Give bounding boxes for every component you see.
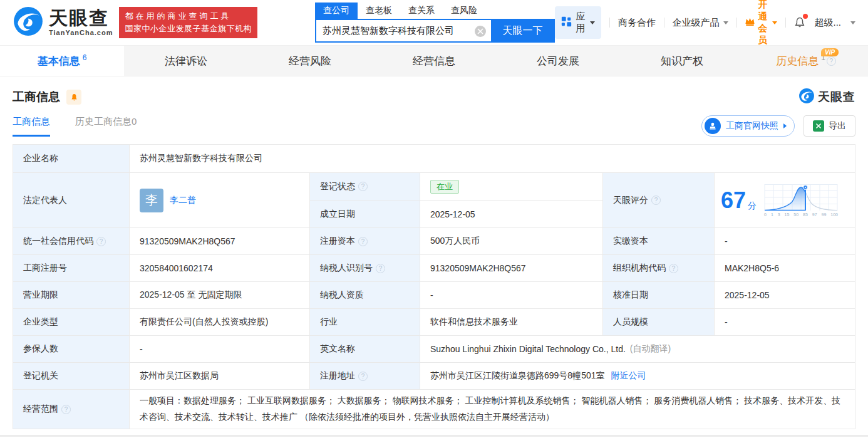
field-label-establish-date: 成立日期 (310, 201, 420, 227)
field-label-registered-capital: 注册资本 ? (310, 228, 420, 254)
tab-history-info[interactable]: 历史信息 1 ? VIP (744, 46, 868, 76)
crown-icon (745, 17, 755, 28)
help-icon[interactable]: ? (358, 372, 368, 381)
business-info-table: 企业名称 苏州灵慧智新数字科技有限公司 法定代表人 李 李二普 登记状态 ? 在… (13, 144, 855, 429)
help-icon[interactable]: ? (376, 264, 385, 273)
field-value-staff-size: - (715, 309, 855, 335)
tianyancha-logo[interactable]: 天眼查 TianYanCha.com (13, 6, 113, 39)
field-label-registration-number: 工商注册号 (13, 255, 129, 281)
field-label-paid-capital: 实缴资本 (603, 228, 714, 254)
field-value-credit-code: 91320509MAK2H8Q567 (130, 228, 309, 254)
nav-super-vip[interactable]: 超级... (814, 17, 841, 29)
field-value-insured-count: - (130, 336, 309, 362)
chevron-down-icon (772, 21, 777, 24)
nav-business-cooperation[interactable]: 商务合作 (618, 17, 656, 29)
brand-slogan: 都在用的商业查询工具 国家中小企业发展子基金旗下机构 (119, 7, 257, 38)
section-title: 工商信息 (13, 89, 60, 105)
help-icon[interactable]: ? (61, 405, 71, 414)
help-icon[interactable]: ? (96, 237, 106, 246)
search-tab-risk[interactable]: 查风险 (443, 3, 485, 19)
tianyan-score-panel[interactable]: 67分 (715, 173, 855, 227)
subtab-history-business-info[interactable]: 历史工商信息0 (75, 116, 137, 135)
nav-open-membership[interactable]: 开通会员 (745, 0, 777, 46)
export-button[interactable]: 导出 (803, 115, 855, 137)
score-axis-ticks: 0131550859799100 (764, 212, 838, 217)
excel-icon (813, 120, 824, 132)
tab-operating-risk[interactable]: 经营风险 (248, 46, 372, 76)
subscribe-bell-icon[interactable] (66, 90, 81, 105)
status-badge: 在业 (430, 180, 459, 194)
divider (736, 18, 737, 28)
official-snapshot-button[interactable]: 工商官网快照 (701, 115, 795, 137)
field-label-company-name: 企业名称 (13, 145, 129, 172)
divider (664, 18, 664, 28)
field-value-registered-capital: 500万人民币 (420, 228, 602, 254)
tab-operating-info[interactable]: 经营信息 (372, 46, 496, 76)
field-value-company-name: 苏州灵慧智新数字科技有限公司 (130, 145, 855, 172)
field-value-taxpayer-quality: - (420, 282, 602, 308)
chevron-down-icon (590, 21, 595, 24)
logo-eye-icon (13, 6, 44, 39)
field-label-business-term: 营业期限 (13, 282, 129, 308)
top-header: 天眼查 TianYanCha.com 都在用的商业查询工具 国家中小企业发展子基… (0, 0, 868, 45)
field-label-tianyan-score: 天眼评分 ? (603, 173, 714, 227)
search-tab-boss[interactable]: 查老板 (358, 3, 400, 19)
field-value-industry: 软件和信息技术服务业 (420, 309, 602, 335)
field-value-registration-authority: 苏州市吴江区数据局 (130, 363, 309, 389)
score-distribution-chart: 0131550859799100 (764, 184, 838, 217)
field-label-org-code: 组织机构代码 ? (603, 255, 714, 281)
tab-intellectual-property[interactable]: 知识产权 (620, 46, 744, 76)
field-label-english-name: 英文名称 (310, 336, 420, 362)
legal-rep-name-link[interactable]: 李二普 (170, 195, 196, 206)
company-page-tabs: 基本信息 6 法律诉讼 经营风险 经营信息 公司发展 知识产权 历史信息 1 ?… (0, 45, 868, 76)
search-input[interactable] (316, 20, 492, 41)
logo-domain-text: TianYanCha.com (49, 29, 113, 36)
field-value-business-term: 2025-12-05 至 无固定期限 (130, 282, 309, 308)
notifications-bell-icon[interactable] (793, 16, 806, 29)
tab-basic-info[interactable]: 基本信息 6 (0, 46, 124, 76)
field-label-business-scope: 经营范围 ? (13, 390, 129, 429)
help-icon[interactable]: ? (358, 237, 368, 246)
vip-badge: VIP (821, 48, 839, 56)
field-value-business-scope: 一般项目：数据处理服务； 工业互联网数据服务； 大数据服务； 物联网技术服务； … (130, 390, 855, 429)
business-info-subtabs: 工商信息 历史工商信息0 (13, 116, 137, 137)
page-bottom-divider (0, 435, 868, 437)
nav-enterprise-products[interactable]: 企业级产品 (673, 17, 728, 29)
legal-rep-avatar[interactable]: 李 (140, 189, 163, 212)
field-label-approval-date: 核准日期 (603, 282, 714, 308)
apps-label: 应用 (576, 11, 585, 34)
field-label-company-type: 企业类型 (13, 309, 129, 335)
divider (785, 18, 786, 28)
divider (609, 18, 610, 28)
logo-brand-text: 天眼查 (49, 9, 113, 28)
main-content: 工商信息 天眼查 工商信息 历史工商信息0 (0, 88, 868, 429)
subtab-business-info[interactable]: 工商信息 (13, 116, 50, 137)
search-tab-relation[interactable]: 查关系 (400, 3, 443, 19)
score-value: 67分 (721, 189, 757, 212)
help-icon[interactable]: ? (358, 182, 368, 191)
field-label-taxpayer-quality: 纳税人资质 (310, 282, 420, 308)
field-value-taxpayer-id: 91320509MAK2H8Q567 (420, 255, 602, 281)
field-value-registration-status: 在业 (420, 173, 602, 200)
chevron-down-icon (723, 21, 728, 24)
field-value-registration-number: 320584001602174 (130, 255, 309, 281)
search-category-tabs: 查公司 查老板 查关系 查风险 (315, 3, 555, 19)
field-label-taxpayer-id: 纳税人识别号 ? (310, 255, 420, 281)
field-value-approval-date: 2025-12-05 (715, 282, 855, 308)
field-label-registration-authority: 登记机关 (13, 363, 129, 389)
help-icon[interactable]: ? (827, 56, 836, 66)
apps-menu[interactable]: 应用 (555, 6, 601, 39)
search-tab-company[interactable]: 查公司 (315, 3, 358, 19)
arrow-right-icon (783, 123, 787, 128)
tab-legal-litigation[interactable]: 法律诉讼 (124, 46, 248, 76)
help-icon[interactable]: ? (669, 264, 678, 273)
field-value-org-code: MAK2H8Q5-6 (715, 255, 855, 281)
field-value-paid-capital: - (715, 228, 855, 254)
field-label-registration-status: 登记状态 ? (310, 173, 420, 200)
notification-dot (803, 14, 808, 19)
help-icon[interactable]: ? (651, 196, 661, 205)
nearby-companies-link[interactable]: 附近公司 (611, 370, 646, 382)
search-button[interactable]: 天眼一下 (491, 20, 554, 41)
tab-company-development[interactable]: 公司发展 (496, 46, 620, 76)
field-value-english-name: Suzhou Linghui Zhixin Digital Technology… (420, 336, 855, 362)
